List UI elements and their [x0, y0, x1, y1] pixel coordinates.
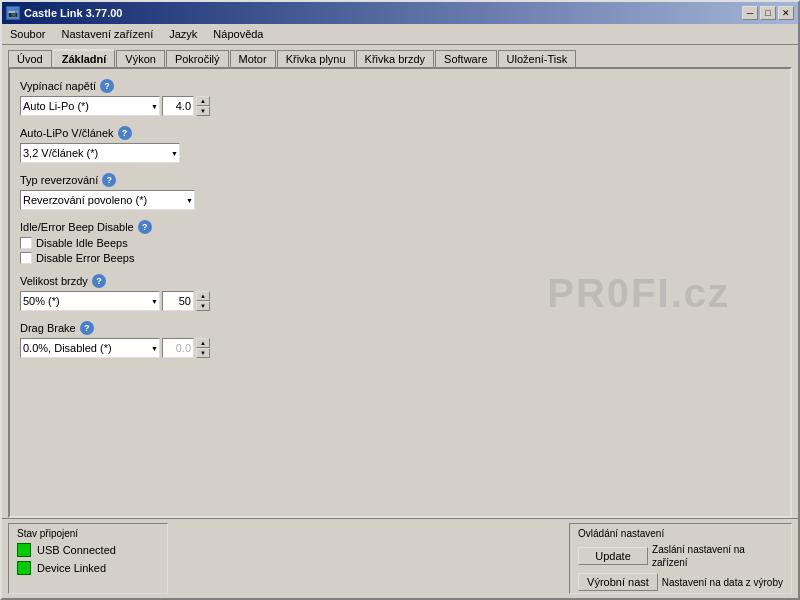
num-vypinaci-napeti[interactable] — [162, 96, 194, 116]
form-group-drag-brake: Drag Brake ? 0.0%, Disabled (*) ▲ ▼ — [20, 321, 780, 358]
num-drag-brake[interactable] — [162, 338, 194, 358]
indicator-device: Device Linked — [17, 561, 159, 575]
label-typ-rev: Typ reverzování ? — [20, 173, 780, 187]
indicator-usb: USB Connected — [17, 543, 159, 557]
help-auto-lipo[interactable]: ? — [118, 126, 132, 140]
label-vypinaci-napeti: Vypínací napětí ? — [20, 79, 780, 93]
checkbox-disable-error[interactable] — [20, 252, 32, 264]
update-desc: Zaslání nastavení na zařízení — [652, 543, 782, 569]
select-velikost-brzdy[interactable]: 50% (*) — [20, 291, 160, 311]
control-row-factory: Výrobní nast Nastavení na data z výroby — [578, 573, 783, 591]
row-vypinaci-napeti: Auto Li-Po (*) ▲ ▼ — [20, 96, 780, 116]
form-group-vypinaci-napeti: Vypínací napětí ? Auto Li-Po (*) ▲ ▼ — [20, 79, 780, 116]
content-area: PR0FI.cz Vypínací napětí ? Auto Li-Po (*… — [8, 67, 792, 518]
row-auto-lipo: 3,2 V/článek (*) — [20, 143, 780, 163]
row-typ-rev: Reverzování povoleno (*) — [20, 190, 780, 210]
menu-bar: Soubor Nastavení zařízení Jazyk Nápověda — [2, 24, 798, 45]
help-typ-rev[interactable]: ? — [102, 173, 116, 187]
select-typ-rev[interactable]: Reverzování povoleno (*) — [20, 190, 195, 210]
tab-zakladni[interactable]: Základní — [53, 49, 116, 67]
factory-button[interactable]: Výrobní nast — [578, 573, 658, 591]
select-wrapper-auto-lipo: 3,2 V/článek (*) — [20, 143, 180, 163]
menu-napoveda[interactable]: Nápověda — [209, 26, 267, 42]
tab-software[interactable]: Software — [435, 50, 496, 68]
select-wrapper-typ-rev: Reverzování povoleno (*) — [20, 190, 195, 210]
status-connection-box: Stav připojení USB Connected Device Link… — [8, 523, 168, 594]
select-wrapper-drag: 0.0%, Disabled (*) — [20, 338, 160, 358]
close-button[interactable]: ✕ — [778, 6, 794, 20]
form-group-idle-error: Idle/Error Beep Disable ? Disable Idle B… — [20, 220, 780, 264]
tab-krivka-brzdy[interactable]: Křivka brzdy — [356, 50, 435, 68]
status-bar: Stav připojení USB Connected Device Link… — [2, 518, 798, 598]
row-drag-brake: 0.0%, Disabled (*) ▲ ▼ — [20, 338, 780, 358]
label-auto-lipo: Auto-LiPo V/článek ? — [20, 126, 780, 140]
status-connection-title: Stav připojení — [17, 528, 159, 539]
label-velikost-brzdy: Velikost brzdy ? — [20, 274, 780, 288]
help-vypinaci-napeti[interactable]: ? — [100, 79, 114, 93]
factory-desc: Nastavení na data z výroby — [662, 576, 783, 589]
led-usb — [17, 543, 31, 557]
label-drag-brake: Drag Brake ? — [20, 321, 780, 335]
window-controls: ─ □ ✕ — [742, 6, 794, 20]
spin-drag-brake: ▲ ▼ — [196, 338, 210, 358]
menu-jazyk[interactable]: Jazyk — [165, 26, 201, 42]
row-velikost-brzdy: 50% (*) ▲ ▼ — [20, 291, 780, 311]
tab-vykon[interactable]: Výkon — [116, 50, 165, 68]
minimize-button[interactable]: ─ — [742, 6, 758, 20]
select-vypinaci-napeti[interactable]: Auto Li-Po (*) — [20, 96, 160, 116]
select-wrapper-vypinaci: Auto Li-Po (*) — [20, 96, 160, 116]
select-auto-lipo[interactable]: 3,2 V/článek (*) — [20, 143, 180, 163]
row-disable-idle: Disable Idle Beeps — [20, 237, 780, 249]
form-group-typ-rev: Typ reverzování ? Reverzování povoleno (… — [20, 173, 780, 210]
checkbox-disable-idle[interactable] — [20, 237, 32, 249]
spin-down-drag[interactable]: ▼ — [196, 348, 210, 358]
form-group-auto-lipo: Auto-LiPo V/článek ? 3,2 V/článek (*) — [20, 126, 780, 163]
control-settings-title: Ovládání nastavení — [578, 528, 783, 539]
spin-down-brzdy[interactable]: ▼ — [196, 301, 210, 311]
tab-motor[interactable]: Motor — [230, 50, 276, 68]
title-bar-left: 📷 Castle Link 3.77.00 — [6, 6, 122, 20]
help-drag-brake[interactable]: ? — [80, 321, 94, 335]
row-disable-error: Disable Error Beeps — [20, 252, 780, 264]
menu-nastaveni[interactable]: Nastavení zařízení — [57, 26, 157, 42]
num-velikost-brzdy[interactable] — [162, 291, 194, 311]
control-settings-box: Ovládání nastavení Update Zaslání nastav… — [569, 523, 792, 594]
app-icon: 📷 — [6, 6, 20, 20]
help-velikost-brzdy[interactable]: ? — [92, 274, 106, 288]
tab-krivka-plynu[interactable]: Křivka plynu — [277, 50, 355, 68]
label-device: Device Linked — [37, 562, 106, 574]
spin-up-vypinaci[interactable]: ▲ — [196, 96, 210, 106]
form-group-velikost-brzdy: Velikost brzdy ? 50% (*) ▲ ▼ — [20, 274, 780, 311]
label-usb: USB Connected — [37, 544, 116, 556]
tab-bar: Úvod Základní Výkon Pokročilý Motor Křiv… — [2, 45, 798, 67]
select-wrapper-brzdy: 50% (*) — [20, 291, 160, 311]
help-idle-error[interactable]: ? — [138, 220, 152, 234]
spin-up-drag[interactable]: ▲ — [196, 338, 210, 348]
tab-uvod[interactable]: Úvod — [8, 50, 52, 68]
spin-vypinaci-napeti: ▲ ▼ — [196, 96, 210, 116]
title-bar: 📷 Castle Link 3.77.00 ─ □ ✕ — [2, 2, 798, 24]
spin-velikost-brzdy: ▲ ▼ — [196, 291, 210, 311]
label-idle-error: Idle/Error Beep Disable ? — [20, 220, 780, 234]
label-disable-idle: Disable Idle Beeps — [36, 237, 128, 249]
spin-up-brzdy[interactable]: ▲ — [196, 291, 210, 301]
control-row-update: Update Zaslání nastavení na zařízení — [578, 543, 783, 569]
menu-soubor[interactable]: Soubor — [6, 26, 49, 42]
tab-ulozeni-tisk[interactable]: Uložení-Tisk — [498, 50, 577, 68]
select-drag-brake[interactable]: 0.0%, Disabled (*) — [20, 338, 160, 358]
spin-down-vypinaci[interactable]: ▼ — [196, 106, 210, 116]
update-button[interactable]: Update — [578, 547, 648, 565]
window-title: Castle Link 3.77.00 — [24, 7, 122, 19]
main-window: 📷 Castle Link 3.77.00 ─ □ ✕ Soubor Nasta… — [0, 0, 800, 600]
tab-pokrocily[interactable]: Pokročilý — [166, 50, 229, 68]
label-disable-error: Disable Error Beeps — [36, 252, 134, 264]
led-device — [17, 561, 31, 575]
maximize-button[interactable]: □ — [760, 6, 776, 20]
